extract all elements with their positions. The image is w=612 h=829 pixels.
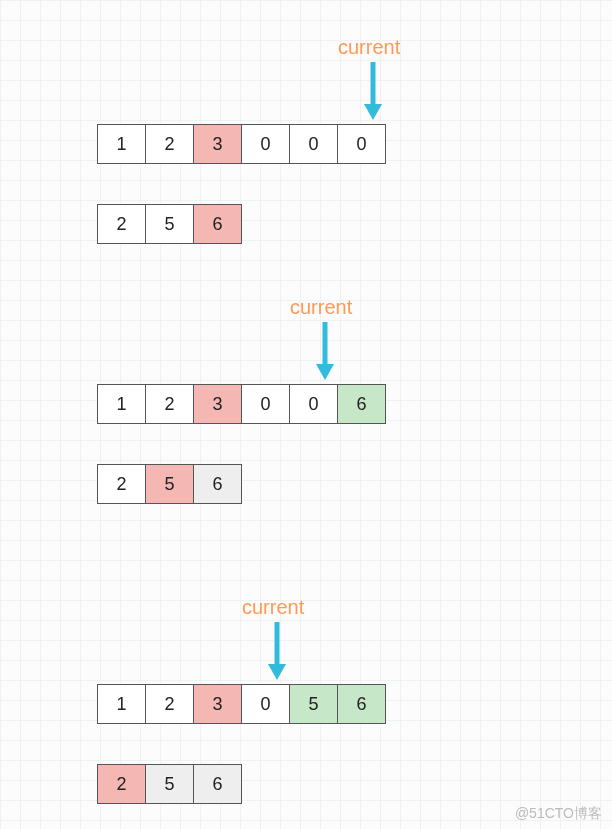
cell: 5 xyxy=(145,464,194,504)
svg-marker-5 xyxy=(268,664,286,680)
current-label: current xyxy=(290,296,352,319)
cell: 0 xyxy=(289,124,338,164)
cell: 0 xyxy=(241,124,290,164)
array-3-bottom: 2 5 6 xyxy=(97,764,242,804)
svg-marker-1 xyxy=(364,104,382,120)
cell: 6 xyxy=(193,464,242,504)
cell: 0 xyxy=(241,684,290,724)
cell: 0 xyxy=(289,384,338,424)
watermark: @51CTO博客 xyxy=(515,805,602,823)
cell: 2 xyxy=(145,684,194,724)
cell: 0 xyxy=(241,384,290,424)
cell: 1 xyxy=(97,384,146,424)
cell: 5 xyxy=(145,764,194,804)
cell: 2 xyxy=(97,464,146,504)
array-3-top: 1 2 3 0 5 6 xyxy=(97,684,386,724)
cell: 0 xyxy=(337,124,386,164)
current-label: current xyxy=(242,596,304,619)
array-1-bottom: 2 5 6 xyxy=(97,204,242,244)
cell: 2 xyxy=(145,384,194,424)
cell: 6 xyxy=(337,384,386,424)
cell: 2 xyxy=(97,764,146,804)
current-label: current xyxy=(338,36,400,59)
arrow-down-icon xyxy=(362,62,384,120)
cell: 6 xyxy=(193,764,242,804)
cell: 5 xyxy=(145,204,194,244)
arrow-down-icon xyxy=(266,622,288,680)
cell: 1 xyxy=(97,124,146,164)
cell: 5 xyxy=(289,684,338,724)
cell: 3 xyxy=(193,124,242,164)
array-2-bottom: 2 5 6 xyxy=(97,464,242,504)
cell: 2 xyxy=(145,124,194,164)
cell: 3 xyxy=(193,684,242,724)
svg-marker-3 xyxy=(316,364,334,380)
cell: 6 xyxy=(337,684,386,724)
array-1-top: 1 2 3 0 0 0 xyxy=(97,124,386,164)
cell: 1 xyxy=(97,684,146,724)
arrow-down-icon xyxy=(314,322,336,380)
cell: 6 xyxy=(193,204,242,244)
cell: 2 xyxy=(97,204,146,244)
array-2-top: 1 2 3 0 0 6 xyxy=(97,384,386,424)
cell: 3 xyxy=(193,384,242,424)
